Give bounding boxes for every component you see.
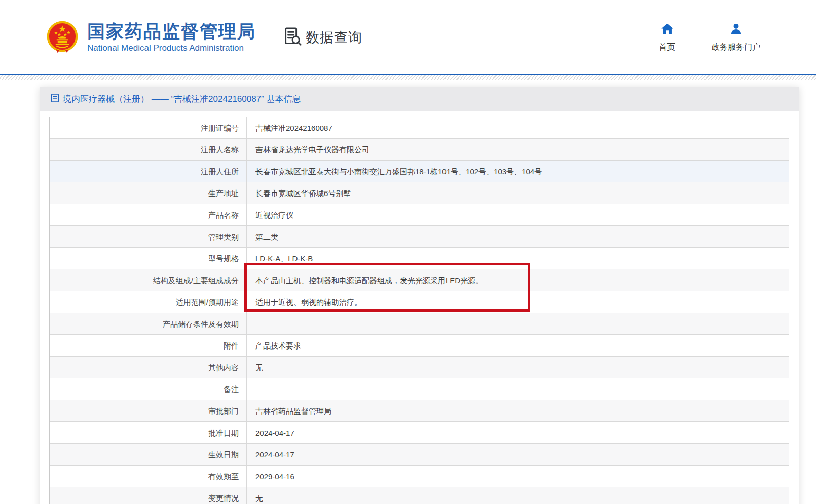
table-row: 适用范围/预期用途 适用于近视、弱视的辅助治疗。 <box>50 291 789 313</box>
site-header: 国家药品监督管理局 National Medical Products Admi… <box>0 0 816 74</box>
table-row: 管理类别 第二类 <box>50 226 789 248</box>
row-value: 吉林省龙达光学电子仪器有限公司 <box>247 139 789 160</box>
header-nav: 首页 政务服务门户 <box>659 22 760 53</box>
table-row: 审批部门 吉林省药品监督管理局 <box>50 400 789 422</box>
table-row: 注册人住所 长春市宽城区北亚泰大街与小南街交汇万盛国邦18-1栋101号、102… <box>50 161 789 182</box>
row-label: 有效期至 <box>50 466 247 487</box>
row-value: 2029-04-16 <box>247 466 789 487</box>
home-icon <box>660 22 674 38</box>
row-value: 吉林省药品监督管理局 <box>247 400 789 421</box>
table-row: 注册证编号 吉械注准20242160087 <box>50 117 789 139</box>
document-icon <box>51 93 63 105</box>
table-row: 其他内容 无 <box>50 357 789 378</box>
row-label: 注册人名称 <box>50 139 247 160</box>
row-value: 无 <box>247 487 789 504</box>
row-label: 附件 <box>50 335 247 356</box>
card-titlebar: 境内医疗器械（注册） —— “吉械注准20242160087” 基本信息 <box>40 87 799 111</box>
table-row: 注册人名称 吉林省龙达光学电子仪器有限公司 <box>50 139 789 161</box>
row-label: 审批部门 <box>50 400 247 421</box>
table-body: 注册证编号 吉械注准20242160087 注册人名称 吉林省龙达光学电子仪器有… <box>50 117 789 504</box>
page-title: 境内医疗器械（注册） —— “吉械注准20242160087” 基本信息 <box>63 93 301 105</box>
row-label: 适用范围/预期用途 <box>50 291 247 313</box>
table-row: 结构及组成/主要组成成分 本产品由主机、控制器和电源适配器组成，发光光源采用LE… <box>50 269 789 291</box>
row-label: 结构及组成/主要组成成分 <box>50 269 247 291</box>
table-row: 型号规格 LD-K-A、LD-K-B <box>50 248 789 269</box>
table-row: 有效期至 2029-04-16 <box>50 466 789 487</box>
row-value: 长春市宽城区北亚泰大街与小南街交汇万盛国邦18-1栋101号、102号、103号… <box>247 161 789 182</box>
user-icon <box>729 22 743 38</box>
row-label: 备注 <box>50 378 247 400</box>
row-label: 管理类别 <box>50 226 247 247</box>
nav-item-home[interactable]: 首页 <box>659 22 675 53</box>
row-label: 注册证编号 <box>50 117 247 138</box>
row-value: 第二类 <box>247 226 789 247</box>
table-row: 附件 产品技术要求 <box>50 335 789 357</box>
data-query-label: 数据查询 <box>306 28 362 47</box>
row-value: 近视治疗仪 <box>247 204 789 225</box>
national-emblem-icon <box>46 21 79 54</box>
diagonal-stripe-band <box>0 75 816 80</box>
row-label: 产品名称 <box>50 204 247 225</box>
row-value: 无 <box>247 357 789 378</box>
row-value: 本产品由主机、控制器和电源适配器组成，发光光源采用LED光源。 <box>247 269 789 291</box>
row-label: 产品储存条件及有效期 <box>50 313 247 334</box>
table-row: 备注 <box>50 378 789 400</box>
table-row: 产品储存条件及有效期 <box>50 313 789 335</box>
registration-table: 注册证编号 吉械注准20242160087 注册人名称 吉林省龙达光学电子仪器有… <box>49 117 789 504</box>
row-value: 产品技术要求 <box>247 335 789 356</box>
row-value: 适用于近视、弱视的辅助治疗。 <box>247 291 789 313</box>
row-label: 生产地址 <box>50 182 247 204</box>
site-logo[interactable]: 国家药品监督管理局 National Medical Products Admi… <box>46 21 256 54</box>
row-label: 批准日期 <box>50 422 247 443</box>
org-name-zh: 国家药品监督管理局 <box>87 21 256 42</box>
nav-label-portal: 政务服务门户 <box>712 42 760 53</box>
row-label: 生效日期 <box>50 444 247 465</box>
table-row: 产品名称 近视治疗仪 <box>50 204 789 226</box>
data-query-nav[interactable]: 数据查询 <box>282 26 362 49</box>
row-label: 其他内容 <box>50 357 247 378</box>
row-value: 2024-04-17 <box>247 422 789 443</box>
row-label: 注册人住所 <box>50 161 247 182</box>
table-row: 生产地址 长春市宽城区华侨城6号别墅 <box>50 182 789 204</box>
content-card: 境内医疗器械（注册） —— “吉械注准20242160087” 基本信息 注册证… <box>40 87 799 504</box>
row-value: 2024-04-17 <box>247 444 789 465</box>
row-label: 型号规格 <box>50 248 247 269</box>
row-value: 长春市宽城区华侨城6号别墅 <box>247 182 789 204</box>
row-value <box>247 378 789 400</box>
row-value: 吉械注准20242160087 <box>247 117 789 138</box>
row-value <box>247 313 789 334</box>
row-value: LD-K-A、LD-K-B <box>247 248 789 269</box>
nav-item-portal[interactable]: 政务服务门户 <box>712 22 760 53</box>
nav-label-home: 首页 <box>659 42 675 53</box>
table-row: 批准日期 2024-04-17 <box>50 422 789 444</box>
org-name-en: National Medical Products Administration <box>87 43 256 53</box>
table-row: 变更情况 无 <box>50 487 789 504</box>
document-search-icon <box>282 26 306 49</box>
row-label: 变更情况 <box>50 487 247 504</box>
table-row: 生效日期 2024-04-17 <box>50 444 789 466</box>
